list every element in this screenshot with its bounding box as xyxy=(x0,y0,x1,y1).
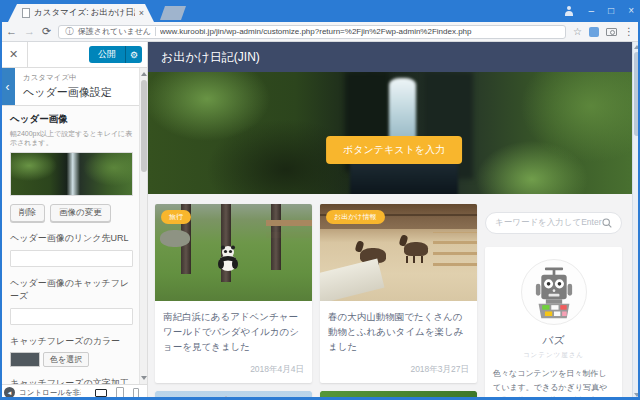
browser-tab[interactable]: カスタマイズ: お出かけ日記 × xyxy=(8,4,154,22)
address-bar[interactable]: ⓘ 保護されていません www.kuroobi.jp/jin/wp-admin/… xyxy=(58,25,566,39)
tab-title: カスタマイズ: お出かけ日記 xyxy=(34,7,135,19)
search-placeholder: キーワードを入力してEnter xyxy=(495,217,602,229)
extension-icon[interactable] xyxy=(589,27,599,37)
hero-pool xyxy=(350,162,458,194)
tab-close-icon[interactable]: × xyxy=(139,8,144,18)
preview-desktop-button[interactable] xyxy=(95,389,107,397)
site-preview: お出かけ日記(JIN) ボタンテキストを入力 旅行 xyxy=(148,42,640,400)
browser-window: カスタマイズ: お出かけ日記 × – □ × ← → ⟳ ⓘ 保護されていません… xyxy=(0,0,640,400)
publish-button[interactable]: 公開 xyxy=(89,46,125,63)
catchphrase-label: ヘッダー画像のキャッチフレーズ xyxy=(10,277,133,303)
window-minimize-button[interactable]: – xyxy=(589,6,595,16)
site-header: お出かけ日記(JIN) xyxy=(148,42,640,72)
header-image-label: ヘッダー画像 xyxy=(10,113,133,126)
article-title[interactable]: 南紀白浜にあるアドベンチャーワールドでパンダやイルカのショーを見てきました xyxy=(163,309,304,355)
sidebar-scrollbar[interactable] xyxy=(139,68,147,384)
profile-widget: バズ コンテンツ屋さん 色々なコンテンツを日々制作しています。できるかぎり写真や… xyxy=(485,247,622,400)
scrollbar-thumb[interactable] xyxy=(141,80,147,172)
card-image-ponies[interactable]: お出かけ情報 xyxy=(320,204,477,301)
window-close-button[interactable]: × xyxy=(628,6,634,16)
article-title[interactable]: 春の大内山動物園でたくさんの動物とふれあいタイムを楽しみました xyxy=(328,309,469,355)
scroll-down-icon[interactable] xyxy=(141,376,147,380)
scroll-up-icon[interactable] xyxy=(141,72,147,76)
article-card[interactable]: お出かけ情報 春の大内山動物園でたくさんの動物とふれあいタイムを楽しみました 2… xyxy=(320,204,477,383)
color-select-button[interactable]: 色を選択 xyxy=(43,352,89,367)
category-badge[interactable]: お出かけ情報 xyxy=(326,210,385,224)
bookmark-star-icon[interactable]: ☆ xyxy=(573,26,582,37)
customizer-close-button[interactable]: ✕ xyxy=(0,42,28,68)
profile-role: コンテンツ屋さん xyxy=(493,351,614,360)
color-swatch[interactable] xyxy=(10,352,40,367)
catchphrase-color-label: キャッチフレーズのカラー xyxy=(10,335,133,348)
delete-image-button[interactable]: 削除 xyxy=(10,204,45,222)
profile-name[interactable]: バズ xyxy=(493,333,614,348)
header-image-hint: 幅2400px以上で設定するとキレイに表示されます。 xyxy=(10,129,133,148)
window-border xyxy=(0,22,2,400)
browser-titlebar: カスタマイズ: お出かけ日記 × – □ × xyxy=(0,0,640,22)
security-label: 保護されていません xyxy=(78,26,151,37)
publish-settings-gear-icon[interactable]: ⚙ xyxy=(125,46,142,63)
search-input[interactable]: キーワードを入力してEnter xyxy=(485,212,622,234)
hero-cta-button[interactable]: ボタンテキストを入力 xyxy=(326,136,462,164)
robot-icon xyxy=(525,263,583,321)
search-icon[interactable] xyxy=(602,218,612,228)
profile-icon[interactable] xyxy=(564,6,575,17)
hide-controls-label[interactable]: コントロールを非表示 xyxy=(19,388,81,398)
back-icon[interactable]: ← xyxy=(6,26,17,37)
browser-toolbar: ← → ⟳ ⓘ 保護されていません www.kuroobi.jp/jin/wp-… xyxy=(0,22,640,42)
page-favicon-icon xyxy=(22,8,30,18)
forward-icon[interactable]: → xyxy=(24,26,35,37)
reload-icon[interactable]: ⟳ xyxy=(42,26,51,37)
profile-bio: 色々なコンテンツを日々制作しています。できるかぎり写真や画像を使い、具体的な例を… xyxy=(493,367,614,400)
customizing-label: カスタマイズ中 xyxy=(23,73,112,83)
card-image-panda[interactable]: 旅行 xyxy=(155,204,312,301)
new-tab-button[interactable] xyxy=(160,6,186,20)
preview-mobile-button[interactable] xyxy=(133,388,139,398)
window-maximize-button[interactable]: □ xyxy=(608,6,614,16)
info-icon[interactable]: ⓘ xyxy=(65,26,74,38)
article-date: 2018年3月27日 xyxy=(328,364,469,376)
link-url-input[interactable] xyxy=(10,250,133,267)
catchphrase-input[interactable] xyxy=(10,308,133,325)
article-date: 2018年4月4日 xyxy=(163,364,304,376)
header-image-thumbnail xyxy=(10,152,133,196)
category-badge[interactable]: 旅行 xyxy=(161,210,191,224)
section-back-button[interactable]: ‹ xyxy=(0,68,15,105)
article-card[interactable]: 旅行 xyxy=(155,204,312,383)
change-image-button[interactable]: 画像の変更 xyxy=(50,204,111,222)
link-url-label: ヘッダー画像のリンク先URL xyxy=(10,232,133,245)
site-title[interactable]: お出かけ日記(JIN) xyxy=(161,50,260,64)
camera-extension-icon[interactable] xyxy=(606,28,617,36)
hero-image[interactable]: ボタンテキストを入力 xyxy=(148,72,640,194)
customizer-sidebar: ✕ 公開 ⚙ ‹ カスタマイズ中 ヘッダー画像設定 ヘッダー画像 幅2400px… xyxy=(0,42,148,400)
url-separator xyxy=(155,27,156,36)
avatar[interactable] xyxy=(521,259,587,325)
panda-illustration xyxy=(213,244,243,272)
url-text: www.kuroobi.jp/jin/wp-admin/customize.ph… xyxy=(160,27,471,36)
section-title: ヘッダー画像設定 xyxy=(23,85,112,100)
text-effect-label: キャッチフレーズの文字加工 xyxy=(10,377,133,384)
menu-icon[interactable]: ⋮ xyxy=(624,26,634,37)
